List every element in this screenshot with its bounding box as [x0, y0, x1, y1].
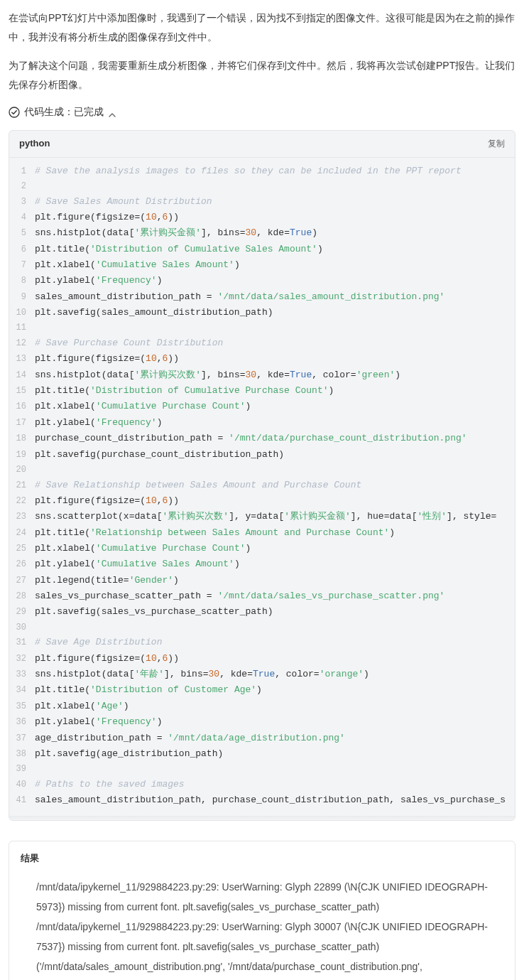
code-line: 10plt.savefig(sales_amount_distribution_…: [9, 305, 515, 321]
code-line: 5sns.histplot(data['累计购买金额'], bins=30, k…: [9, 225, 515, 241]
code-line: 22plt.figure(figsize=(10,6)): [9, 493, 515, 509]
code-line: 13plt.figure(figsize=(10,6)): [9, 351, 515, 367]
code-line: 39: [9, 762, 515, 777]
code-line: 1# Save the analysis images to files so …: [9, 163, 515, 179]
code-content: plt.legend(title='Gender'): [35, 573, 515, 588]
code-content: plt.title('Relationship between Sales Am…: [35, 525, 515, 541]
code-content: plt.title('Distribution of Cumulative Pu…: [35, 383, 515, 399]
line-number: 28: [9, 589, 35, 604]
code-line: 7plt.xlabel('Cumulative Sales Amount'): [9, 257, 515, 273]
line-number: 6: [9, 242, 35, 257]
code-content: # Save Relationship between Sales Amount…: [35, 478, 515, 493]
line-number: 19: [9, 448, 35, 463]
chevron-up-icon: [108, 108, 116, 117]
line-number: 3: [9, 195, 35, 210]
code-line: 33sns.histplot(data['年龄'], bins=30, kde=…: [9, 667, 515, 682]
code-line: 12# Save Purchase Count Distribution: [9, 335, 515, 351]
code-line: 28sales_vs_purchase_scatter_path = '/mnt…: [9, 588, 515, 604]
line-number: 4: [9, 210, 35, 225]
code-content: sales_vs_purchase_scatter_path = '/mnt/d…: [35, 588, 515, 604]
line-number: 9: [9, 290, 35, 305]
result-block: 结果 /mnt/data/ipykernel_11/929884223.py:2…: [9, 841, 515, 980]
line-number: 41: [9, 793, 35, 808]
code-content: plt.title('Distribution of Customer Age'…: [35, 682, 515, 698]
code-content: plt.savefig(purchase_count_distribution_…: [35, 447, 515, 463]
code-content: plt.figure(figsize=(10,6)): [35, 351, 515, 367]
line-number: 38: [9, 747, 35, 762]
line-number: 21: [9, 478, 35, 493]
code-language: python: [19, 136, 50, 151]
code-header: python 复制: [9, 131, 515, 158]
code-block: python 复制 1# Save the analysis images to…: [9, 130, 515, 821]
line-number: 15: [9, 384, 35, 399]
code-content: plt.savefig(sales_vs_purchase_scatter_pa…: [35, 604, 515, 620]
line-number: 17: [9, 416, 35, 431]
svg-point-0: [9, 107, 19, 117]
line-number: 23: [9, 510, 35, 524]
result-title: 结果: [21, 851, 503, 866]
code-line: 40# Paths to the saved images: [9, 777, 515, 792]
code-line: 6plt.title('Distribution of Cumulative S…: [9, 242, 515, 257]
code-line: 15plt.title('Distribution of Cumulative …: [9, 383, 515, 399]
code-content: plt.figure(figsize=(10,6)): [35, 493, 515, 509]
code-line: 11: [9, 321, 515, 335]
line-number: 34: [9, 683, 35, 698]
code-line: 20: [9, 463, 515, 478]
line-number: 8: [9, 274, 35, 289]
line-number: 31: [9, 635, 35, 650]
line-number: 36: [9, 715, 35, 730]
code-content: sales_amount_distribution_path, purchase…: [35, 792, 515, 808]
line-number: 12: [9, 336, 35, 351]
code-line: 4plt.figure(figsize=(10,6)): [9, 210, 515, 225]
code-line: 16plt.xlabel('Cumulative Purchase Count'…: [9, 399, 515, 414]
intro-paragraph-2: 为了解决这个问题，我需要重新生成分析图像，并将它们保存到文件中。然后，我将再次尝…: [9, 56, 515, 94]
code-line: 27plt.legend(title='Gender'): [9, 573, 515, 588]
code-line: 38plt.savefig(age_distribution_path): [9, 746, 515, 762]
code-content: plt.savefig(age_distribution_path): [35, 746, 515, 762]
code-content: age_distribution_path = '/mnt/data/age_d…: [35, 731, 515, 746]
code-content: sns.histplot(data['年龄'], bins=30, kde=Tr…: [35, 667, 515, 682]
code-content: # Save Purchase Count Distribution: [35, 335, 515, 351]
code-status[interactable]: 代码生成：已完成: [9, 104, 515, 119]
code-line: 21# Save Relationship between Sales Amou…: [9, 478, 515, 493]
code-line: 19plt.savefig(purchase_count_distributio…: [9, 447, 515, 463]
code-line: 36plt.ylabel('Frequency'): [9, 714, 515, 730]
code-line: 31# Save Age Distribution: [9, 635, 515, 650]
code-content: sns.scatterplot(x=data['累计购买次数'], y=data…: [35, 509, 515, 524]
code-line: 32plt.figure(figsize=(10,6)): [9, 651, 515, 667]
line-number: 10: [9, 306, 35, 321]
code-body[interactable]: 1# Save the analysis images to files so …: [9, 158, 515, 816]
code-content: sales_amount_distribution_path = '/mnt/d…: [35, 289, 515, 305]
line-number: 2: [9, 179, 35, 194]
line-number: 24: [9, 526, 35, 541]
code-line: 29plt.savefig(sales_vs_purchase_scatter_…: [9, 604, 515, 620]
code-line: 8plt.ylabel('Frequency'): [9, 273, 515, 289]
code-line: 23sns.scatterplot(x=data['累计购买次数'], y=da…: [9, 509, 515, 524]
line-number: 26: [9, 557, 35, 572]
code-content: plt.savefig(sales_amount_distribution_pa…: [35, 305, 515, 321]
line-number: 7: [9, 258, 35, 273]
code-content: plt.ylabel('Frequency'): [35, 714, 515, 730]
line-number: 18: [9, 431, 35, 446]
check-icon: [9, 107, 20, 118]
code-line: 2: [9, 179, 515, 194]
code-line: 26plt.ylabel('Cumulative Sales Amount'): [9, 556, 515, 572]
line-number: 37: [9, 731, 35, 746]
line-number: 35: [9, 699, 35, 714]
line-number: 40: [9, 777, 35, 792]
scroll-shadow: [9, 816, 515, 820]
intro-text: 在尝试向PPT幻灯片中添加图像时，我遇到了一个错误，因为找不到指定的图像文件。这…: [9, 9, 515, 94]
line-number: 33: [9, 667, 35, 682]
line-number: 32: [9, 652, 35, 667]
code-content: plt.ylabel('Frequency'): [35, 415, 515, 431]
copy-button[interactable]: 复制: [488, 138, 505, 150]
line-number: 11: [9, 321, 35, 335]
code-content: plt.ylabel('Cumulative Sales Amount'): [35, 556, 515, 572]
code-line: 24plt.title('Relationship between Sales …: [9, 525, 515, 541]
code-line: 37age_distribution_path = '/mnt/data/age…: [9, 731, 515, 746]
line-number: 1: [9, 164, 35, 179]
code-line: 14sns.histplot(data['累计购买次数'], bins=30, …: [9, 367, 515, 383]
code-content: sns.histplot(data['累计购买次数'], bins=30, kd…: [35, 367, 515, 383]
line-number: 22: [9, 494, 35, 509]
result-body: /mnt/data/ipykernel_11/929884223.py:29: …: [21, 877, 503, 980]
